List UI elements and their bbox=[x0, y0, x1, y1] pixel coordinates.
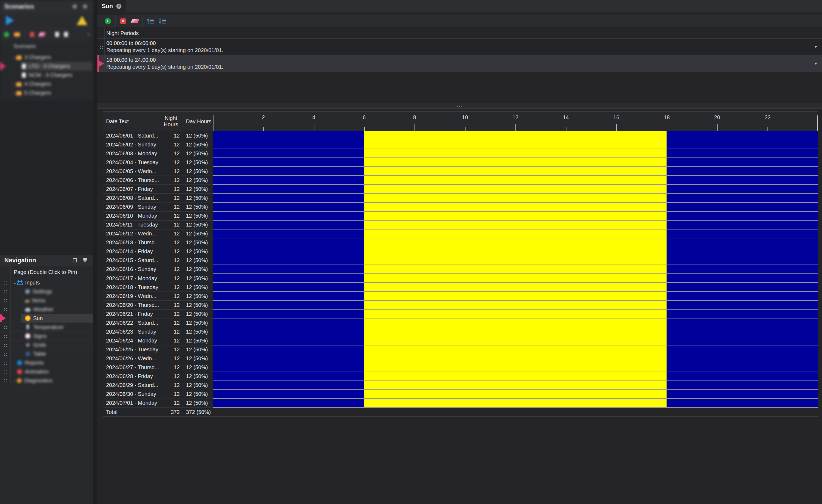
table-row-5[interactable]: 2024/06/05 - Wedn...1212 (50%) bbox=[103, 167, 818, 176]
drag-handle-icon[interactable] bbox=[4, 371, 5, 371]
drag-handle-icon[interactable] bbox=[4, 335, 5, 336]
nav-item-animation[interactable]: Animation bbox=[0, 367, 93, 376]
date-cell: 2024/06/05 - Wedn... bbox=[103, 167, 159, 176]
close-tab-icon[interactable]: ✕ bbox=[116, 4, 121, 9]
table-row-22[interactable]: 2024/06/22 - Saturd...1212 (50%) bbox=[103, 318, 818, 327]
horizontal-splitter[interactable]: ... bbox=[97, 103, 822, 109]
scenario-item-4-chargers[interactable]: ›4 Chargers bbox=[0, 80, 93, 88]
column-header-day-hours[interactable]: Day Hours bbox=[183, 112, 213, 131]
night-hours-cell: 12 bbox=[159, 256, 183, 265]
paste-icon[interactable] bbox=[64, 32, 68, 37]
expander-icon[interactable]: › bbox=[12, 82, 16, 86]
panel-pin-button[interactable] bbox=[81, 2, 89, 11]
table-row-21[interactable]: 2024/06/21 - Friday1212 (50%) bbox=[103, 310, 818, 318]
table-row-1[interactable]: 2024/06/01 - Saturd...1212 (50%) bbox=[103, 131, 818, 140]
table-row-13[interactable]: 2024/06/13 - Thursd...1212 (50%) bbox=[103, 238, 818, 247]
delete-period-button[interactable]: ✕ bbox=[117, 15, 129, 27]
daylight-segment bbox=[364, 372, 667, 380]
column-header-date-text[interactable]: Date Text bbox=[103, 112, 159, 131]
table-row-8[interactable]: 2024/06/08 - Saturd...1212 (50%) bbox=[103, 194, 818, 203]
nav-item-inputs[interactable]: ⌄Inputs bbox=[0, 278, 93, 287]
add-scenario-icon[interactable] bbox=[4, 32, 9, 37]
table-row-20[interactable]: 2024/06/20 - Thursd...1212 (50%) bbox=[103, 301, 818, 310]
nav-item-settings[interactable]: Settings bbox=[0, 287, 93, 296]
table-row-6[interactable]: 2024/06/06 - Thursd...1212 (50%) bbox=[103, 176, 818, 185]
table-row-27[interactable]: 2024/06/27 - Thursd...1212 (50%) bbox=[103, 363, 818, 372]
column-header-night-hours[interactable]: Night Hours bbox=[159, 112, 183, 131]
table-row-2[interactable]: 2024/06/02 - Sunday1212 (50%) bbox=[103, 140, 818, 149]
table-row-9[interactable]: 2024/06/09 - Sunday1212 (50%) bbox=[103, 203, 818, 212]
table-row-4[interactable]: 2024/06/04 - Tuesday1212 (50%) bbox=[103, 158, 818, 167]
table-row-25[interactable]: 2024/06/25 - Tuesday1212 (50%) bbox=[103, 345, 818, 354]
drag-handle-icon[interactable] bbox=[4, 326, 5, 327]
nav-item-table[interactable]: Table bbox=[0, 349, 93, 358]
drag-handle-icon[interactable] bbox=[4, 344, 5, 345]
eraser-icon[interactable] bbox=[38, 32, 46, 37]
page-row[interactable]: Page (Double Click to Pin) bbox=[0, 266, 93, 278]
drag-handle-icon[interactable] bbox=[4, 379, 5, 380]
table-row-24[interactable]: 2024/06/24 - Monday1212 (50%) bbox=[103, 336, 818, 345]
scenario-item-3-chargers[interactable]: ⌄3 Chargers bbox=[0, 53, 93, 62]
nav-item-sun[interactable]: Sun bbox=[0, 314, 93, 323]
table-row-26[interactable]: 2024/06/26 - Wedn...1212 (50%) bbox=[103, 354, 818, 363]
chevron-down-icon[interactable]: ▾ bbox=[810, 39, 822, 55]
table-row-28[interactable]: 2024/06/28 - Friday1212 (50%) bbox=[103, 372, 818, 381]
pin-panel-button[interactable] bbox=[81, 256, 89, 264]
nav-item-reports[interactable]: Reports bbox=[0, 358, 93, 367]
drag-handle-icon[interactable] bbox=[4, 362, 5, 362]
night-period-row-2[interactable]: 18:00:00 to 24:00:00Repeating every 1 da… bbox=[97, 55, 822, 72]
expander-icon[interactable]: ⌄ bbox=[13, 280, 17, 285]
period-time-range: 18:00:00 to 24:00:00 bbox=[106, 57, 810, 63]
table-row-3[interactable]: 2024/06/03 - Monday1212 (50%) bbox=[103, 149, 818, 158]
nav-item-temperature[interactable]: Temperature bbox=[0, 323, 93, 332]
delete-icon[interactable] bbox=[30, 32, 34, 37]
nav-item-items[interactable]: Items bbox=[0, 296, 93, 305]
table-row-18[interactable]: 2024/06/18 - Tuesday1212 (50%) bbox=[103, 283, 818, 292]
table-row-30[interactable]: 2024/06/30 - Sunday1212 (50%) bbox=[103, 390, 818, 399]
expander-icon[interactable]: › bbox=[12, 91, 16, 95]
copy-icon[interactable] bbox=[55, 32, 59, 37]
chevron-down-icon[interactable]: ▾ bbox=[810, 55, 822, 72]
nav-item-grids[interactable]: Grids bbox=[0, 341, 93, 349]
table-row-15[interactable]: 2024/06/15 - Saturd...1212 (50%) bbox=[103, 256, 818, 265]
nav-item-weather[interactable]: Weather bbox=[0, 305, 93, 314]
day-night-bar bbox=[213, 229, 818, 238]
expander-icon[interactable]: ⌄ bbox=[12, 55, 16, 60]
drag-handle-icon[interactable] bbox=[4, 353, 5, 354]
table-row-29[interactable]: 2024/06/29 - Saturd...1212 (50%) bbox=[103, 381, 818, 390]
table-row-17[interactable]: 2024/06/17 - Monday1212 (50%) bbox=[103, 274, 818, 283]
folder-icon[interactable] bbox=[14, 32, 20, 37]
float-panel-button[interactable] bbox=[71, 256, 79, 264]
table-row-10[interactable]: 2024/06/10 - Monday1212 (50%) bbox=[103, 212, 818, 221]
table-row-14[interactable]: 2024/06/14 - Friday1212 (50%) bbox=[103, 247, 818, 256]
chevron-down-icon[interactable]: ▾ bbox=[88, 32, 90, 37]
scenario-item-lto-3-chargers[interactable]: LTO - 3 Chargers bbox=[0, 62, 93, 71]
move-up-button[interactable] bbox=[144, 15, 156, 27]
add-period-button[interactable]: + bbox=[102, 15, 114, 27]
tab-sun[interactable]: Sun ✕ bbox=[97, 0, 126, 12]
nav-item-signs[interactable]: Signs bbox=[0, 332, 93, 341]
plus-icon: + bbox=[105, 18, 111, 24]
table-row-31[interactable]: 2024/07/01 - Monday1212 (50%) bbox=[103, 399, 818, 408]
drag-handle-icon[interactable] bbox=[4, 282, 5, 282]
drag-handle-icon[interactable] bbox=[4, 290, 5, 291]
clear-periods-button[interactable] bbox=[129, 15, 141, 27]
night-period-row-1[interactable]: 00:00:00 to 06:00:00Repeating every 1 da… bbox=[97, 39, 822, 55]
date-cell: 2024/06/10 - Monday bbox=[103, 212, 159, 221]
run-scenario-icon[interactable] bbox=[6, 16, 14, 25]
panel-options-button[interactable] bbox=[71, 2, 79, 11]
table-row-19[interactable]: 2024/06/19 - Wedn...1212 (50%) bbox=[103, 292, 818, 301]
expander-icon[interactable]: › bbox=[13, 378, 17, 383]
table-row-16[interactable]: 2024/06/16 - Sunday1212 (50%) bbox=[103, 265, 818, 274]
table-row-7[interactable]: 2024/06/07 - Friday1212 (50%) bbox=[103, 185, 818, 194]
table-row-11[interactable]: 2024/06/11 - Tuesday1212 (50%) bbox=[103, 221, 818, 229]
drag-handle-icon[interactable] bbox=[4, 299, 5, 300]
scenario-item-ncm-3-chargers[interactable]: NCM - 3 Chargers bbox=[0, 71, 93, 80]
move-down-button[interactable] bbox=[156, 15, 168, 27]
scenario-item-5-chargers[interactable]: ›5 Chargers bbox=[0, 88, 93, 97]
drag-handle-icon[interactable] bbox=[4, 308, 5, 309]
nav-item-diagnostics[interactable]: ›Diagnostics bbox=[0, 376, 93, 385]
drag-handle-icon[interactable] bbox=[100, 46, 101, 47]
table-row-23[interactable]: 2024/06/23 - Sunday1212 (50%) bbox=[103, 327, 818, 336]
table-row-12[interactable]: 2024/06/12 - Wedn...1212 (50%) bbox=[103, 229, 818, 238]
